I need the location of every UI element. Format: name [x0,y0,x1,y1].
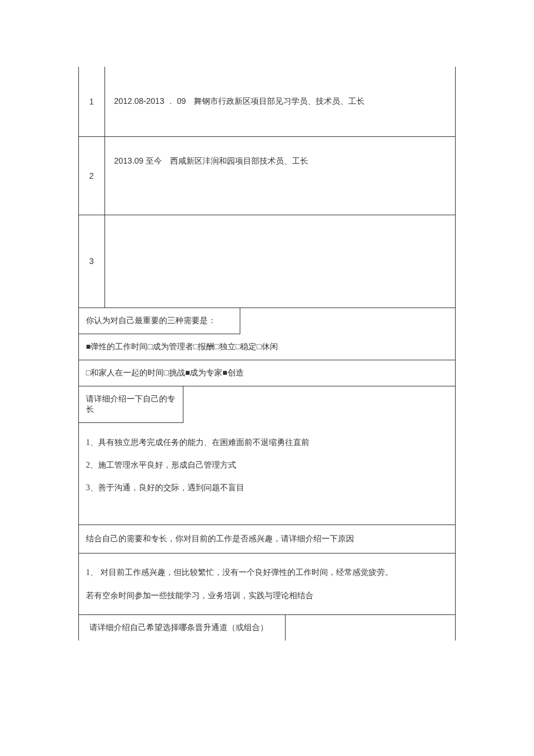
exp-number: 3 [79,215,104,308]
needs-header-spacer [240,308,455,334]
interest-body: 1、 对目前工作感兴趣，但比较繁忙，没有一个良好弹性的工作时间，经常感觉疲劳。 … [79,554,455,614]
needs-header: 你认为对自己最重要的三种需要是： [79,308,240,334]
exp-text: 西咸新区沣润和园项目部技术员、工长 [170,157,308,165]
specialty-header-spacer [183,386,455,423]
table-row: 3 [79,215,455,308]
specialty-body: 1、具有独立思考完成任务的能力、在困难面前不退缩勇往直前 2、施工管理水平良好，… [79,423,455,526]
exp-text: 舞钢市行政新区项目部见习学员、技术员、工长 [194,97,365,106]
exp-date: 2012.08-2013 ． 09 [114,96,186,106]
exp-number: 1 [79,67,104,136]
exp-desc [104,215,455,308]
needs-line-1: ■弹性的工作时间□成为管理者□报酬□独立□稳定□休闲 [79,334,455,360]
interest-header: 结合自己的需要和专长，你对目前的工作是否感兴趣，请详细介绍一下原因 [79,525,455,554]
experience-table: 1 2012.08-2013 ． 09舞钢市行政新区项目部见习学员、技术员、工长… [79,67,455,308]
promotion-header: 请详细介绍自己希望选择哪条晋升通道（或组合） [79,615,286,641]
specialty-item-1: 1、具有独立思考完成任务的能力、在困难面前不退缩勇往直前 [86,431,448,454]
exp-desc: 2013.09 至今西咸新区沣润和园项目部技术员、工长 [104,136,455,215]
needs-header-row: 你认为对自己最重要的三种需要是： [79,308,455,334]
specialty-header-row: 请详细介绍一下自己的专长 [79,386,455,423]
interest-line-1: 1、 对目前工作感兴趣，但比较繁忙，没有一个良好弹性的工作时间，经常感觉疲劳。 [86,561,448,584]
table-row: 2 2013.09 至今西咸新区沣润和园项目部技术员、工长 [79,136,455,215]
needs-line-2: □和家人在一起的时间□挑战■成为专家■创造 [79,360,455,386]
specialty-item-2: 2、施工管理水平良好，形成自己管理方式 [86,454,448,476]
interest-line-2: 若有空余时间参加一些技能学习，业务培训，实践与理论相结合 [86,584,448,607]
exp-desc: 2012.08-2013 ． 09舞钢市行政新区项目部见习学员、技术员、工长 [104,67,455,136]
document-container: 1 2012.08-2013 ． 09舞钢市行政新区项目部见习学员、技术员、工长… [78,67,456,641]
exp-number: 2 [79,136,104,215]
table-row: 1 2012.08-2013 ． 09舞钢市行政新区项目部见习学员、技术员、工长 [79,67,455,136]
promotion-row: 请详细介绍自己希望选择哪条晋升通道（或组合） [79,615,455,641]
promotion-spacer [286,615,455,641]
specialty-header: 请详细介绍一下自己的专长 [79,386,183,423]
exp-date: 2013.09 至今 [114,156,163,165]
specialty-item-3: 3、善于沟通，良好的交际，遇到问题不盲目 [86,476,448,499]
